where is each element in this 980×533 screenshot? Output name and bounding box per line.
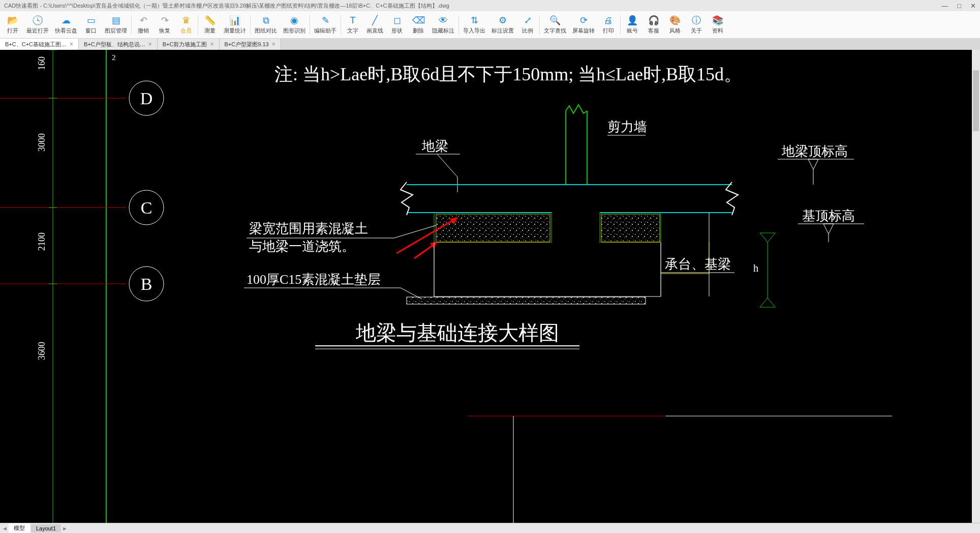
compare-button[interactable]: ⧉图纸对比 [252, 14, 280, 36]
rotate-button[interactable]: ⟳屏幕旋转 [569, 14, 598, 36]
toolbar-separator [539, 15, 540, 35]
window-controls: — □ ✕ [941, 2, 976, 10]
recognize-button[interactable]: ◉图形识别 [280, 14, 309, 36]
svg-text:注: 当h>Lae时,B取6d且不下于150mm; 当h≤L: 注: 当h>Lae时,B取6d且不下于150mm; 当h≤Lae时,B取15d。 [274, 64, 742, 84]
search-icon: 🔍 [549, 15, 561, 26]
toolbar-separator [198, 15, 198, 35]
minimize-button[interactable]: — [941, 2, 948, 10]
hide-annot-button[interactable]: 👁隐藏标注 [429, 14, 457, 36]
eraser-icon: ⌫ [413, 15, 424, 26]
svg-text:2: 2 [112, 53, 116, 62]
maximize-button[interactable]: □ [957, 2, 961, 10]
svg-text:3000: 3000 [37, 133, 47, 152]
shape-icon: ◻ [391, 15, 403, 26]
svg-text:梁宽范围用素混凝土: 梁宽范围用素混凝土 [249, 221, 368, 236]
svg-text:B: B [141, 275, 152, 293]
svg-text:地梁与基础连接大样图: 地梁与基础连接大样图 [355, 321, 559, 344]
svg-line-27 [437, 154, 457, 177]
close-button[interactable]: ✕ [970, 2, 976, 10]
user-icon: 👤 [627, 15, 638, 26]
text-search-button[interactable]: 🔍文字查找 [541, 14, 569, 36]
measure-stat-button[interactable]: 📊测量统计 [221, 14, 249, 36]
transfer-icon: ⇅ [469, 15, 480, 26]
line-button[interactable]: ╱画直线 [363, 14, 386, 36]
material-button[interactable]: 📚资料 [707, 14, 728, 36]
text-icon: T [347, 15, 358, 26]
vertical-scrollbar[interactable] [972, 50, 980, 523]
svg-text:100厚C15素混凝土垫层: 100厚C15素混凝土垫层 [247, 272, 381, 287]
svg-rect-69 [407, 297, 646, 304]
window-title: CAD快速看图 - C:\Users\^^\Desktop\宜良县全域城镇化（一… [4, 2, 941, 10]
toolbar-separator [620, 15, 621, 35]
drawing-canvas[interactable]: D C B 160 3000 2100 3600 2 注: 当h>Lae时,B取… [0, 50, 980, 523]
rotate-icon: ⟳ [578, 15, 589, 26]
scale-button[interactable]: ⤢比例 [517, 14, 538, 36]
close-tab-icon[interactable]: × [70, 41, 73, 48]
info-icon: ⓘ [691, 15, 702, 26]
stats-icon: 📊 [229, 15, 240, 26]
svg-text:承台、基梁: 承台、基梁 [665, 257, 731, 272]
measure-button[interactable]: 📏测量 [199, 14, 221, 36]
tab-layout1[interactable]: Layout1 [31, 524, 61, 532]
undo-icon: ↶ [138, 15, 149, 26]
svg-rect-46 [601, 214, 660, 242]
svg-line-52 [394, 225, 436, 238]
toolbar-separator [310, 15, 310, 35]
account-button[interactable]: 👤账号 [622, 14, 643, 36]
cloud-button[interactable]: ☁快看云盘 [52, 14, 80, 36]
svg-text:3600: 3600 [37, 342, 47, 360]
about-button[interactable]: ⓘ关于 [686, 14, 707, 36]
cloud-icon: ☁ [60, 15, 72, 26]
open-button[interactable]: 📂打开 [2, 14, 23, 36]
print-button[interactable]: 🖨打印 [598, 14, 619, 36]
palette-icon: 🎨 [669, 15, 681, 26]
clock-icon: 🕓 [32, 15, 43, 26]
recent-button[interactable]: 🕓最近打开 [23, 14, 52, 36]
layers-icon: ▤ [110, 15, 121, 26]
print-icon: 🖨 [603, 15, 614, 26]
ruler-icon: 📏 [204, 15, 216, 26]
tab-shearwall[interactable]: B+C剪力墙施工图× [158, 39, 220, 50]
close-tab-icon[interactable]: × [148, 41, 152, 48]
layers-button[interactable]: ▤图层管理 [102, 14, 130, 36]
compare-icon: ⧉ [260, 15, 271, 26]
redo-button[interactable]: ↷恢复 [154, 14, 175, 36]
headset-icon: 🎧 [648, 15, 659, 26]
import-export-button[interactable]: ⇅导入导出 [460, 14, 488, 36]
svg-text:D: D [140, 89, 153, 108]
vip-icon: ♛ [180, 15, 192, 26]
toolbar-separator [458, 15, 459, 35]
close-tab-icon[interactable]: × [210, 41, 214, 48]
svg-text:地梁顶标高: 地梁顶标高 [781, 144, 848, 159]
service-button[interactable]: 🎧客服 [643, 14, 664, 36]
edit-helper-button[interactable]: ✎编辑助手 [311, 14, 340, 36]
style-button[interactable]: 🎨风格 [664, 14, 686, 36]
tab-model[interactable]: 模型 [9, 523, 30, 533]
svg-text:剪力墙: 剪力墙 [607, 120, 647, 134]
svg-text:2100: 2100 [37, 232, 47, 251]
undo-button[interactable]: ↶撤销 [133, 14, 154, 36]
folder-open-icon: 📂 [7, 15, 18, 26]
edit-icon: ✎ [320, 15, 331, 26]
toolbar-separator [341, 15, 341, 35]
layout-tabs: ◄ 模型 Layout1 ► [0, 523, 980, 533]
shape-button[interactable]: ◻形状 [386, 14, 408, 36]
close-tab-icon[interactable]: × [272, 41, 275, 48]
tab-slab[interactable]: B+C户型板、结构总说…× [79, 39, 158, 50]
recognize-icon: ◉ [289, 15, 300, 26]
annot-settings-button[interactable]: ⚙标注设置 [488, 14, 517, 36]
window-button[interactable]: ▭窗口 [80, 14, 102, 36]
window-icon: ▭ [85, 15, 97, 26]
svg-text:C: C [141, 198, 152, 217]
main-toolbar: 📂打开 🕓最近打开 ☁快看云盘 ▭窗口 ▤图层管理 ↶撤销 ↷恢复 ♛会员 📏测… [0, 11, 980, 39]
scale-icon: ⤢ [522, 15, 533, 26]
tab-foundation[interactable]: B+C、C+C基础施工图…× [0, 39, 79, 50]
book-icon: 📚 [712, 15, 723, 26]
vip-button[interactable]: ♛会员 [175, 14, 197, 36]
svg-text:h: h [753, 262, 758, 274]
svg-text:地梁: 地梁 [421, 139, 448, 154]
tab-beam[interactable]: B+C户型梁图9.13× [220, 39, 281, 50]
delete-button[interactable]: ⌫删除 [408, 14, 429, 36]
scrollbar-thumb[interactable] [973, 70, 979, 131]
text-button[interactable]: T文字 [342, 14, 363, 36]
